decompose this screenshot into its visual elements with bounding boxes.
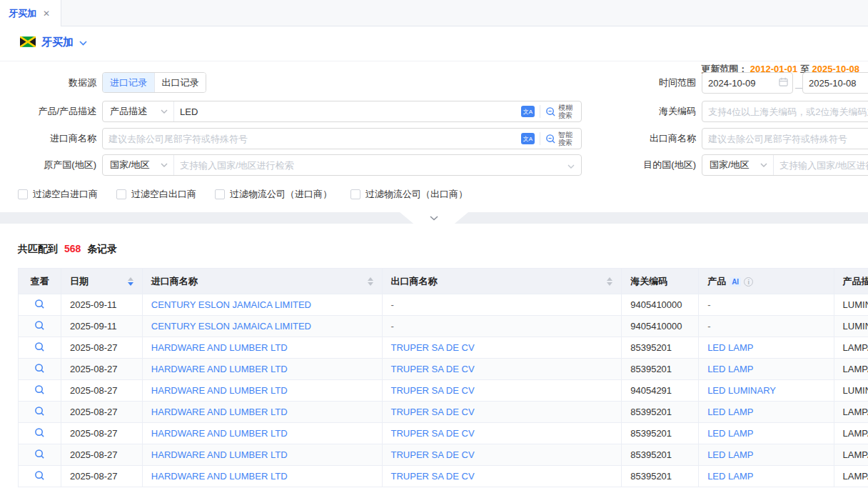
hs-code-cell: 9405410000 [622,294,699,316]
collapse-panel-button[interactable] [400,212,468,224]
importer-link[interactable]: HARDWARE AND LUMBER LTD [151,471,288,482]
header-date[interactable]: 日期 [61,269,142,294]
product-link[interactable]: LED LUMINARY [707,385,776,396]
view-cell[interactable] [19,402,61,423]
product-search-group: 产品描述 文A 模糊搜索 [102,101,582,122]
hs-code-field[interactable] [702,101,868,122]
exporter-link[interactable]: TRUPER SA DE CV [391,428,475,439]
country-dropdown-icon[interactable] [79,37,87,48]
importer-link[interactable]: HARDWARE AND LUMBER LTD [151,428,288,439]
row-search-icon[interactable] [34,363,45,374]
hs-code-cell: 9405410000 [622,316,699,337]
importer-link[interactable]: CENTURY ESLON JAMAICA LIMITED [151,299,311,310]
view-cell[interactable] [19,380,61,402]
row-search-icon[interactable] [34,427,45,438]
start-date-input[interactable] [702,74,779,92]
header-importer[interactable]: 进口商名称 [142,269,382,294]
row-search-icon[interactable] [34,320,45,331]
end-date-input[interactable] [803,74,868,92]
calendar-icon [779,77,788,89]
exporter-field[interactable] [702,128,868,149]
product-type-select[interactable]: 产品描述 [103,101,174,121]
origin-country-input[interactable] [174,156,567,174]
exporter-link[interactable]: TRUPER SA DE CV [391,471,475,482]
row-search-icon[interactable] [34,406,45,417]
checkbox-box[interactable] [18,189,28,199]
importer-link[interactable]: HARDWARE AND LUMBER LTD [151,385,288,396]
tab-close-icon[interactable]: ✕ [43,9,50,19]
header-product: 产品AIi [699,269,834,294]
checkbox-box[interactable] [215,189,225,199]
origin-country-select[interactable]: 国家/地区 [103,155,174,175]
importer-cell: CENTURY ESLON JAMAICA LIMITED [142,316,382,337]
checkbox-box[interactable] [350,189,360,199]
row-search-icon[interactable] [34,470,45,481]
header-exporter[interactable]: 出口商名称 [382,269,622,294]
exporter-cell: TRUPER SA DE CV [382,337,622,359]
importer-cell: HARDWARE AND LUMBER LTD [142,466,382,487]
result-count: 共匹配到 568 条记录 [18,243,117,256]
row-search-icon[interactable] [34,449,45,459]
product-link[interactable]: LED LAMP [707,407,753,417]
translate-icon[interactable]: 文A [521,133,535,144]
hs-code-cell: 85395201 [622,466,699,487]
tab-jamaica[interactable]: 牙买加 ✕ [0,0,61,26]
sort-icon-importer[interactable] [368,277,373,286]
sort-icon-date[interactable] [128,277,133,286]
info-icon[interactable]: i [744,277,753,287]
filter-collapse-strip [0,212,868,224]
table-row: 2025-09-11CENTURY ESLON JAMAICA LIMITED-… [19,294,868,316]
importer-link[interactable]: HARDWARE AND LUMBER LTD [151,449,288,460]
view-cell[interactable] [19,337,61,359]
importer-link[interactable]: CENTURY ESLON JAMAICA LIMITED [151,321,311,332]
import-records-button[interactable]: 进口记录 [103,73,154,92]
importer-input[interactable] [103,129,515,148]
exporter-link[interactable]: TRUPER SA DE CV [391,342,475,353]
checkbox-box[interactable] [116,189,126,199]
dest-country-input[interactable] [774,156,868,174]
product-link[interactable]: LED LAMP [707,449,753,460]
row-search-icon[interactable] [34,342,45,352]
view-cell[interactable] [19,316,61,337]
sort-icon-exporter[interactable] [607,277,612,286]
row-search-icon[interactable] [34,299,45,309]
end-date-field[interactable] [802,72,868,94]
export-records-button[interactable]: 出口记录 [154,73,206,92]
checkbox-filter-logistics-exporter[interactable]: 过滤物流公司（出口商） [350,188,468,201]
product-link[interactable]: LED LAMP [707,364,753,374]
exporter-input[interactable] [702,129,868,148]
exporter-link[interactable]: TRUPER SA DE CV [391,385,475,396]
exporter-link[interactable]: TRUPER SA DE CV [391,407,475,417]
product-link[interactable]: LED LAMP [707,342,753,353]
product-link[interactable]: LED LAMP [707,428,753,439]
importer-link[interactable]: HARDWARE AND LUMBER LTD [151,407,288,417]
table-row: 2025-08-27HARDWARE AND LUMBER LTDTRUPER … [19,402,868,423]
tab-title: 牙买加 [9,7,36,20]
header-divider [0,61,868,61]
view-cell[interactable] [19,444,61,466]
view-cell[interactable] [19,423,61,444]
view-cell[interactable] [19,359,61,380]
importer-link[interactable]: HARDWARE AND LUMBER LTD [151,364,288,374]
data-source-segmented: 进口记录 出口记录 [102,72,206,93]
dest-country-select[interactable]: 国家/地区 [702,155,774,175]
exporter-link[interactable]: TRUPER SA DE CV [391,449,475,460]
product-search-input[interactable] [174,102,515,121]
row-search-icon[interactable] [34,384,45,395]
chevron-down-icon [161,109,168,114]
importer-cell: CENTURY ESLON JAMAICA LIMITED [142,294,382,316]
hs-code-input[interactable] [702,102,868,121]
checkbox-filter-blank-importer[interactable]: 过滤空白进口商 [18,188,98,201]
checkbox-filter-logistics-importer[interactable]: 过滤物流公司（进口商） [215,188,332,201]
view-cell[interactable] [19,466,61,487]
exporter-link[interactable]: TRUPER SA DE CV [391,364,475,374]
view-cell[interactable] [19,294,61,316]
translate-icon[interactable]: 文A [521,106,535,117]
checkbox-filter-blank-exporter[interactable]: 过滤空白出口商 [116,188,196,201]
product-link[interactable]: LED LAMP [707,471,753,482]
dest-country-group: 国家/地区 [702,154,868,176]
start-date-field[interactable] [702,72,793,94]
date-cell: 2025-08-27 [61,423,142,444]
header-hs-code: 海关编码 [622,269,699,294]
importer-link[interactable]: HARDWARE AND LUMBER LTD [151,342,288,353]
